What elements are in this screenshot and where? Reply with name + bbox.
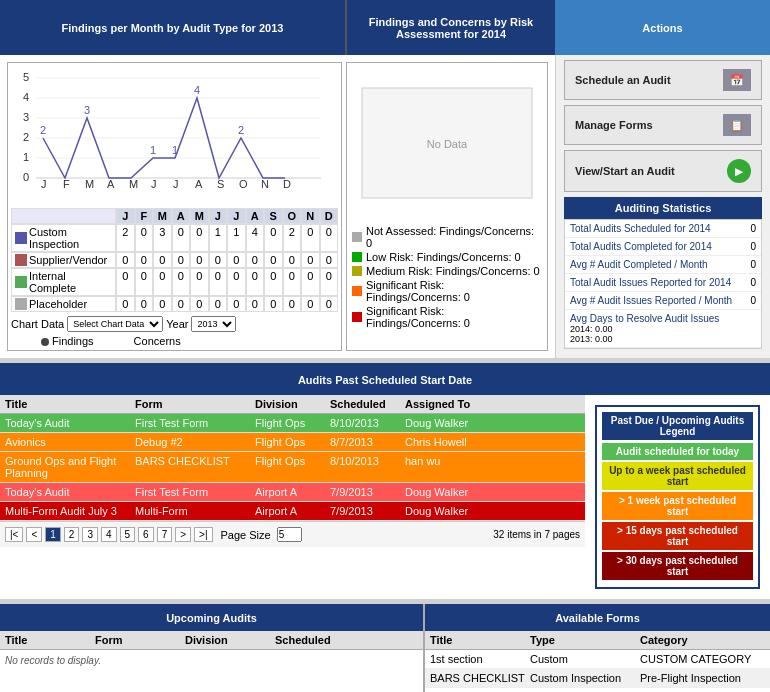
legend-orange: > 1 week past scheduled start	[602, 492, 753, 520]
svg-text:2: 2	[238, 124, 244, 136]
concerns-legend: Not Assessed: Findings/Concerns: 0 Low R…	[352, 225, 542, 329]
audit-row-4[interactable]: Today's Audit First Test Form Airport A …	[0, 483, 585, 502]
findings-chart: 5 4 3 2 1 0 J F M A	[7, 62, 342, 351]
legend-header: Past Due / Upcoming Audits Legend	[602, 412, 753, 440]
svg-text:A: A	[195, 178, 203, 190]
audit-row-3[interactable]: Ground Ops and Flight Planning BARS CHEC…	[0, 452, 585, 483]
findings-svg: 5 4 3 2 1 0 J F M A	[11, 66, 331, 206]
manage-forms-button[interactable]: Manage Forms 📋	[564, 105, 762, 145]
svg-text:J: J	[41, 178, 47, 190]
svg-text:O: O	[239, 178, 248, 190]
svg-text:0: 0	[23, 171, 29, 183]
header-concerns: Findings and Concerns by Risk Assessment…	[345, 0, 555, 55]
concerns-chart: No Data Not Assessed: Findings/Concerns:…	[346, 62, 548, 351]
data-row-supplier: Supplier/Vendor 0000 0000 0000	[11, 252, 338, 268]
svg-text:M: M	[129, 178, 138, 190]
past-due-legend: Past Due / Upcoming Audits Legend Audit …	[595, 405, 760, 589]
legend-yellow: Up to a week past scheduled start	[602, 462, 753, 490]
right-panel: Schedule an Audit 📅 Manage Forms 📋 View/…	[555, 55, 770, 358]
bottom-section: Upcoming Audits Title Form Division Sche…	[0, 604, 770, 692]
svg-text:D: D	[283, 178, 291, 190]
page-2-btn[interactable]: 2	[64, 527, 80, 542]
svg-text:N: N	[261, 178, 269, 190]
chart-data-selector: Chart Data Select Chart Data Year 2013	[11, 316, 338, 332]
page-5-btn[interactable]: 5	[120, 527, 136, 542]
chart-data-rows: J F M A M J J A S O N D Custom Ins	[11, 208, 338, 312]
page-size-input[interactable]	[277, 527, 302, 542]
avail-row-3[interactable]: Debug #2 Internal Complete DEBUG #2	[425, 688, 770, 692]
stats-row-6: Avg Days to Resolve Audit Issues 2014: 0…	[565, 310, 761, 348]
chart-data-select[interactable]: Select Chart Data	[67, 316, 163, 332]
page-7-btn[interactable]: 7	[157, 527, 173, 542]
chart-data-label: Chart Data	[11, 318, 64, 330]
chart-type-row: Findings Concerns	[11, 335, 338, 347]
svg-text:J: J	[151, 178, 157, 190]
header-actions: Actions	[555, 0, 770, 55]
svg-text:1: 1	[23, 151, 29, 163]
audits-main-row: Title Form Division Scheduled Assigned T…	[0, 395, 770, 599]
audit-row-5[interactable]: Multi-Form Audit July 3 Multi-Form Airpo…	[0, 502, 585, 521]
svg-text:F: F	[63, 178, 70, 190]
schedule-audit-button[interactable]: Schedule an Audit 📅	[564, 60, 762, 100]
no-records-msg: No records to display.	[0, 650, 423, 671]
page-1-btn[interactable]: 1	[45, 527, 61, 542]
svg-text:4: 4	[194, 84, 200, 96]
pagination: |< < 1 2 3 4 5 6 7 > >| Page Size 32 ite…	[0, 521, 585, 547]
upcoming-table-header: Title Form Division Scheduled	[0, 631, 423, 650]
audits-past-header: Audits Past Scheduled Start Date	[0, 363, 770, 395]
svg-text:2: 2	[40, 124, 46, 136]
play-icon: ▶	[727, 159, 751, 183]
next-page-btn[interactable]: >	[175, 527, 191, 542]
year-label: Year	[166, 318, 188, 330]
svg-text:S: S	[217, 178, 224, 190]
stats-header: Auditing Statistics	[564, 197, 762, 219]
stats-row-4: Total Audit Issues Reported for 2014 0	[565, 274, 761, 292]
svg-text:1: 1	[150, 144, 156, 156]
svg-text:3: 3	[23, 111, 29, 123]
svg-text:No Data: No Data	[427, 138, 468, 150]
stats-row-1: Total Audits Scheduled for 2014 0	[565, 220, 761, 238]
last-page-btn[interactable]: >|	[194, 527, 212, 542]
upcoming-header: Upcoming Audits	[0, 604, 423, 631]
available-forms-header: Available Forms	[425, 604, 770, 631]
avail-row-1[interactable]: 1st section Custom CUSTOM CATEGORY	[425, 650, 770, 669]
page-6-btn[interactable]: 6	[138, 527, 154, 542]
audits-table-header: Title Form Division Scheduled Assigned T…	[0, 395, 585, 414]
first-page-btn[interactable]: |<	[5, 527, 23, 542]
concerns-svg: No Data	[352, 68, 542, 218]
svg-text:1: 1	[172, 144, 178, 156]
svg-text:4: 4	[23, 91, 29, 103]
svg-text:3: 3	[84, 104, 90, 116]
upcoming-audits: Upcoming Audits Title Form Division Sche…	[0, 604, 425, 692]
past-due-legend-area: Past Due / Upcoming Audits Legend Audit …	[585, 395, 770, 599]
legend-green: Audit scheduled for today	[602, 443, 753, 460]
year-select[interactable]: 2013	[191, 316, 236, 332]
data-row-placeholder: Placeholder 0000 0000 0000	[11, 296, 338, 312]
stats-table: Total Audits Scheduled for 2014 0 Total …	[564, 219, 762, 349]
avail-row-2[interactable]: BARS CHECKLIST Custom Inspection Pre-Fli…	[425, 669, 770, 688]
available-forms-table-header: Title Type Category	[425, 631, 770, 650]
audits-past-section: Audits Past Scheduled Start Date Title F…	[0, 363, 770, 599]
stats-row-3: Avg # Audit Completed / Month 0	[565, 256, 761, 274]
forms-icon: 📋	[723, 114, 751, 136]
charts-area: 5 4 3 2 1 0 J F M A	[0, 55, 555, 358]
svg-text:J: J	[173, 178, 179, 190]
svg-text:2: 2	[23, 131, 29, 143]
page-info: 32 items in 7 pages	[493, 529, 580, 540]
stats-row-2: Total Audits Completed for 2014 0	[565, 238, 761, 256]
audit-row-1[interactable]: Today's Audit First Test Form Flight Ops…	[0, 414, 585, 433]
data-row-internal: Internal Complete 0000 0000 0000	[11, 268, 338, 296]
prev-page-btn[interactable]: <	[26, 527, 42, 542]
header-findings: Findings per Month by Audit Type for 201…	[0, 0, 345, 55]
svg-text:M: M	[85, 178, 94, 190]
legend-darkred: > 30 days past scheduled start	[602, 552, 753, 580]
page-4-btn[interactable]: 4	[101, 527, 117, 542]
view-start-audit-button[interactable]: View/Start an Audit ▶	[564, 150, 762, 192]
page-3-btn[interactable]: 3	[82, 527, 98, 542]
stats-row-5: Avg # Audit Issues Reported / Month 0	[565, 292, 761, 310]
svg-text:5: 5	[23, 71, 29, 83]
data-row-custom: Custom Inspection 2030 0114 0200	[11, 224, 338, 252]
audit-row-2[interactable]: Avionics Debug #2 Flight Ops 8/7/2013 Ch…	[0, 433, 585, 452]
legend-red: > 15 days past scheduled start	[602, 522, 753, 550]
svg-text:A: A	[107, 178, 115, 190]
